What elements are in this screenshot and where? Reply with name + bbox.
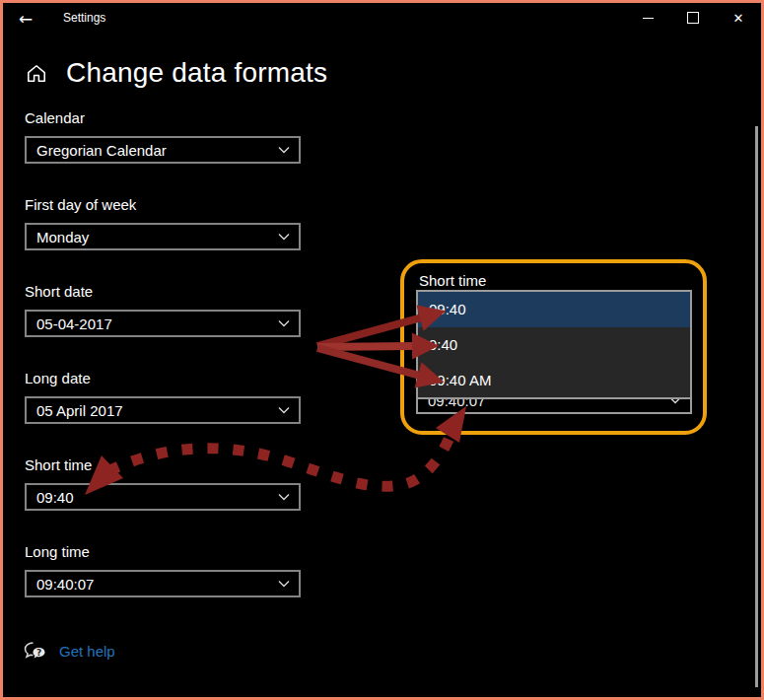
get-help-link[interactable]: ? Get help	[24, 641, 115, 662]
field-first-day-of-week: First day of week Monday	[25, 196, 301, 250]
back-button[interactable]: ←	[12, 6, 39, 32]
home-icon	[26, 63, 47, 84]
field-label: Calendar	[25, 109, 301, 129]
field-long-date: Long date 05 April 2017	[25, 370, 301, 424]
field-label: First day of week	[25, 196, 301, 216]
maximize-button[interactable]	[670, 3, 716, 33]
short-time-callout: Short time 09:40:07 09:40 9:40 09:40 AM	[400, 259, 707, 435]
field-long-time: Long time 09:40:07	[25, 543, 301, 597]
overlay-field-label: Short time	[419, 272, 486, 289]
field-short-date: Short date 05-04-2017	[25, 283, 301, 337]
chevron-down-icon	[278, 319, 290, 327]
minimize-icon	[643, 18, 654, 19]
field-label: Short date	[25, 283, 301, 303]
field-label: Long date	[25, 370, 301, 389]
first-day-of-week-dropdown[interactable]: Monday	[25, 223, 301, 250]
dropdown-value: Gregorian Calendar	[27, 142, 167, 159]
dropdown-value: 05-04-2017	[27, 315, 112, 332]
close-button[interactable]: ✕	[716, 3, 761, 33]
field-calendar: Calendar Gregorian Calendar	[25, 109, 301, 164]
chevron-down-icon	[278, 146, 290, 154]
chevron-down-icon	[278, 406, 290, 414]
dropdown-value: Monday	[27, 229, 89, 245]
chevron-down-icon	[278, 493, 290, 501]
titlebar: ← Settings ✕	[0, 0, 764, 35]
chevron-down-icon	[278, 580, 290, 588]
app-title: Settings	[63, 11, 105, 25]
field-label: Short time	[25, 456, 301, 476]
dropdown-value: 09:40	[27, 489, 74, 506]
maximize-icon	[687, 12, 699, 24]
vertical-scrollbar-thumb[interactable]	[755, 126, 758, 687]
calendar-dropdown[interactable]: Gregorian Calendar	[25, 136, 301, 164]
back-arrow-icon: ←	[19, 9, 33, 29]
minimize-button[interactable]	[625, 3, 670, 33]
svg-text:?: ?	[36, 648, 41, 658]
dropdown-value: 09:40:07	[27, 576, 94, 593]
page-header: Change data formats	[26, 57, 327, 89]
close-icon: ✕	[733, 11, 744, 26]
dropdown-value: 05 April 2017	[27, 402, 123, 419]
help-chat-icon: ?	[24, 641, 46, 662]
long-time-dropdown[interactable]: 09:40:07	[25, 570, 301, 597]
short-time-dropdown[interactable]: 09:40	[25, 483, 301, 511]
field-label: Long time	[25, 543, 301, 563]
list-option-940[interactable]: 9:40	[418, 327, 690, 363]
short-date-dropdown[interactable]: 05-04-2017	[25, 310, 301, 337]
list-option-0940[interactable]: 09:40	[418, 292, 690, 327]
short-time-options-list: 09:40 9:40 09:40 AM	[416, 290, 692, 399]
page-title: Change data formats	[66, 57, 327, 89]
get-help-label[interactable]: Get help	[59, 643, 115, 660]
long-date-dropdown[interactable]: 05 April 2017	[25, 396, 301, 424]
field-short-time: Short time 09:40	[25, 456, 301, 511]
list-option-0940am[interactable]: 09:40 AM	[418, 362, 690, 397]
chevron-down-icon	[278, 233, 290, 241]
